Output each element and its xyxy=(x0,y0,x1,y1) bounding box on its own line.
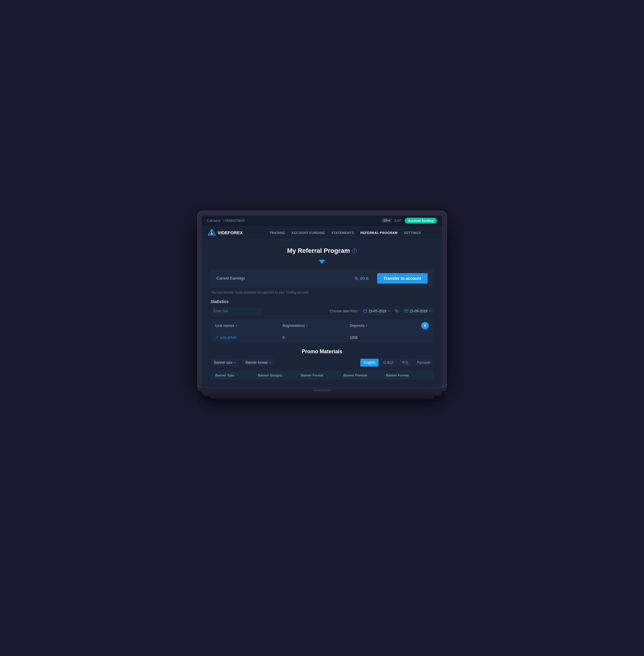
banner-col-format-2: Banner Format xyxy=(386,374,429,377)
calendar-icon xyxy=(364,309,367,313)
logo[interactable]: VIDEFOREX xyxy=(208,229,243,237)
date-from-value: 15-05-2019 xyxy=(368,309,386,313)
date-from-picker[interactable]: 15-05-2019 ▾ xyxy=(361,308,392,315)
banner-format-caret: ▾ xyxy=(269,361,271,364)
link-arrow-icon: ↗ xyxy=(215,335,218,340)
top-bar: Call back +18499370843 EN ▾ EXIT Account… xyxy=(202,215,442,226)
banner-col-preview: Banner Preview xyxy=(343,374,386,377)
page-title-area: My Referral Program i xyxy=(211,247,433,255)
sort-link-names[interactable]: ▾ xyxy=(235,324,237,327)
lang-button-russian[interactable]: Русский xyxy=(413,359,433,367)
search-input[interactable] xyxy=(213,309,257,313)
earnings-row: Current Earnings 0, 00 $ Transfer to acc… xyxy=(211,269,433,288)
table-row: ↗ wzq-qnlxfn 0 100$ xyxy=(211,333,433,343)
nav-settings[interactable]: SETTINGS xyxy=(404,231,421,235)
col-registrations: Registrations ▾ xyxy=(282,322,350,329)
nav-links: TRADING ACCOUNT FUNDING STATEMENTS REFER… xyxy=(254,231,436,235)
navbar: VIDEFOREX TRADING ACCOUNT FUNDING STATEM… xyxy=(202,226,442,240)
svg-marker-2 xyxy=(319,260,325,264)
nav-account-funding[interactable]: ACCOUNT FUNDING xyxy=(292,231,325,235)
add-link-button[interactable]: + xyxy=(421,322,429,329)
lang-code: EN xyxy=(384,219,388,222)
date-to-label: To: xyxy=(395,309,399,313)
main-content: My Referral Program i Current Earnings 0… xyxy=(202,240,442,387)
banner-table-header: Banner Type Banner Size(px) Banner Forma… xyxy=(211,371,433,380)
phone-number[interactable]: +18499370843 xyxy=(223,219,245,222)
lang-button-japanese[interactable]: 日本語 xyxy=(380,359,397,367)
lang-button-chinese[interactable]: 中文 xyxy=(398,359,412,367)
laptop-base xyxy=(197,387,447,391)
date-to-picker[interactable]: 15-06-2019 ▾ xyxy=(402,308,433,315)
nav-trading[interactable]: TRADING xyxy=(270,231,285,235)
exit-button[interactable]: EXIT xyxy=(394,219,401,222)
date-to-value: 15-06-2019 xyxy=(410,309,427,313)
date-to-arrow: ▾ xyxy=(429,309,431,313)
stats-filters: Choose date from: 15-05-2019 ▾ xyxy=(211,307,433,315)
search-box xyxy=(211,307,263,315)
svg-rect-5 xyxy=(364,310,367,313)
sort-registrations[interactable]: ▾ xyxy=(306,324,307,327)
laptop-foot xyxy=(210,396,434,399)
svg-rect-9 xyxy=(405,310,408,313)
top-bar-right: EN ▾ EXIT Account funding xyxy=(382,218,437,223)
nav-referral-program[interactable]: REFERRAL PROGRAM xyxy=(360,231,397,235)
col-link-names: Link names ▾ xyxy=(215,322,282,329)
chevron-icon xyxy=(319,260,325,264)
language-badge[interactable]: EN ▾ xyxy=(382,218,392,223)
promo-title: Promo Materials xyxy=(211,349,433,355)
statistics-title: Statistics xyxy=(211,299,433,304)
logo-icon xyxy=(208,229,216,237)
top-bar-left: Call back +18499370843 xyxy=(207,219,245,222)
earnings-value: 0, 00 $ xyxy=(355,276,368,281)
nav-statements[interactable]: STATEMENTS xyxy=(331,231,354,235)
link-name-value[interactable]: wzq-qnlxfn xyxy=(220,335,236,340)
banner-format-dropdown[interactable]: Banner format ▾ xyxy=(242,359,274,366)
callback-label: Call back xyxy=(207,219,220,222)
cell-deposits: 100$ xyxy=(350,335,417,340)
earnings-label: Current Earnings xyxy=(216,276,352,280)
date-from-arrow: ▾ xyxy=(388,309,390,313)
screen: Call back +18499370843 EN ▾ EXIT Account… xyxy=(202,215,442,387)
statistics-section: Statistics Choose date from: xyxy=(211,299,433,343)
banner-col-format: Banner Format xyxy=(301,374,343,377)
info-icon[interactable]: i xyxy=(352,248,357,253)
date-filters: Choose date from: 15-05-2019 ▾ xyxy=(329,308,433,315)
sort-deposits[interactable]: ▾ xyxy=(366,324,367,327)
screen-bezel: Call back +18499370843 EN ▾ EXIT Account… xyxy=(197,211,447,387)
logo-text: VIDEFOREX xyxy=(217,230,243,235)
cell-registrations: 0 xyxy=(282,335,350,340)
banner-size-dropdown[interactable]: Banner size ▾ xyxy=(211,359,239,366)
calendar-icon-2 xyxy=(405,309,408,313)
chevron-down xyxy=(211,260,433,265)
transfer-button[interactable]: Transfer to account xyxy=(377,273,428,284)
lang-button-english[interactable]: English xyxy=(360,359,378,367)
banner-col-type: Banner Type xyxy=(215,374,258,377)
banner-size-caret: ▾ xyxy=(234,361,235,364)
svg-point-3 xyxy=(259,311,260,311)
transfer-note: You can transfer funds available for pay… xyxy=(211,290,433,294)
account-funding-button[interactable]: Account funding xyxy=(405,218,437,223)
laptop-stand xyxy=(202,391,442,396)
banner-col-size: Banner Size(px) xyxy=(258,374,301,377)
promo-section: Promo Materials Banner size ▾ Banner for… xyxy=(211,349,433,380)
stats-table: Link names ▾ Registrations ▾ Deposits ▾ xyxy=(211,319,433,343)
language-buttons: English 日本語 中文 Русский xyxy=(360,359,433,367)
laptop-frame: Call back +18499370843 EN ▾ EXIT Account… xyxy=(197,211,447,399)
table-header: Link names ▾ Registrations ▾ Deposits ▾ xyxy=(211,319,433,333)
date-from-label: Choose date from: xyxy=(329,309,358,313)
lang-caret: ▾ xyxy=(388,219,390,222)
cell-link: ↗ wzq-qnlxfn xyxy=(215,335,282,340)
promo-controls: Banner size ▾ Banner format ▾ English 日本… xyxy=(211,359,433,367)
page-title: My Referral Program i xyxy=(287,247,357,255)
col-actions: + xyxy=(417,322,429,329)
search-icon xyxy=(259,309,260,313)
col-deposits: Deposits ▾ xyxy=(350,322,417,329)
